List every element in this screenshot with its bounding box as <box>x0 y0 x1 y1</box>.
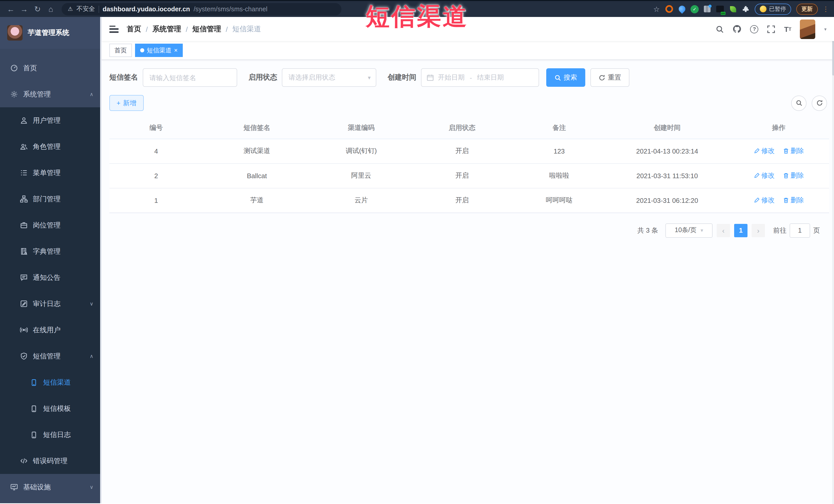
active-tab-dot <box>140 48 144 52</box>
sign-input[interactable] <box>143 68 237 87</box>
refresh-table-button[interactable] <box>812 95 827 111</box>
browser-update-button[interactable]: 更新 <box>796 3 818 15</box>
next-page-button[interactable]: › <box>752 224 765 237</box>
select-caret-down-icon: ▾ <box>368 74 371 81</box>
header-search-icon[interactable] <box>716 25 724 33</box>
reset-button[interactable]: 重置 <box>590 68 630 87</box>
goto-page-input[interactable] <box>790 223 810 238</box>
page-1-button[interactable]: 1 <box>734 224 747 237</box>
close-tab-icon[interactable]: × <box>174 47 178 54</box>
tab-sms-channel[interactable]: 短信渠道 × <box>135 44 183 57</box>
extension-grid-icon[interactable] <box>703 5 711 13</box>
sidebar-item-label: 审计日志 <box>33 299 61 308</box>
cell-code: 云片 <box>311 188 412 213</box>
address-bar[interactable]: ⚠ 不安全 dashboard.yudao.iocoder.cn/system/… <box>62 3 342 15</box>
sidebar-item-sms-channel[interactable]: 短信渠道 <box>0 369 102 395</box>
github-icon[interactable] <box>733 25 742 34</box>
search-button[interactable]: 搜索 <box>546 68 585 87</box>
sidebar-item-menus[interactable]: 菜单管理 <box>0 160 102 186</box>
extension-orange-ring-icon[interactable] <box>665 5 674 13</box>
sidebar-item-system[interactable]: 系统管理 ∧ <box>0 81 102 107</box>
extensions-puzzle-icon[interactable] <box>741 5 750 13</box>
sidebar-item-dictionary[interactable]: 字典管理 <box>0 238 102 264</box>
browser-menu-icon[interactable]: ⋮ <box>822 5 829 13</box>
update-label: 更新 <box>802 5 813 13</box>
annotation-page-title: 短信渠道 <box>366 1 468 33</box>
chevron-up-icon: ∧ <box>90 353 93 359</box>
edit-link[interactable]: 修改 <box>754 196 775 205</box>
page-size-select[interactable]: 10条/页 ▾ <box>665 223 712 238</box>
url-host: dashboard.yudao.iocoder.cn <box>103 5 190 13</box>
sidebar-item-label: 岗位管理 <box>33 221 61 230</box>
toggle-search-button[interactable] <box>791 95 807 111</box>
user-avatar[interactable] <box>800 19 815 39</box>
browser-forward-icon[interactable]: → <box>19 3 30 15</box>
extension-green-check-icon[interactable]: ✓ <box>690 5 699 13</box>
cell-actions: 修改删除 <box>728 188 829 213</box>
edit-link[interactable]: 修改 <box>754 146 775 156</box>
delete-link[interactable]: 删除 <box>783 171 804 180</box>
date-range-picker[interactable]: 开始日期 - 结束日期 <box>421 68 539 87</box>
sidebar-item-departments[interactable]: 部门管理 <box>0 186 102 212</box>
cell-code: 调试(钉钉) <box>311 139 412 163</box>
sidebar-item-infrastructure[interactable]: 基础设施 ∨ <box>0 474 102 500</box>
delete-link[interactable]: 删除 <box>783 146 804 156</box>
sidebar-item-label: 短信管理 <box>33 351 61 361</box>
sidebar-item-label: 首页 <box>23 63 37 73</box>
tab-home[interactable]: 首页 <box>109 44 132 57</box>
tab-label: 短信渠道 <box>147 46 172 55</box>
add-button[interactable]: + 新增 <box>109 95 144 111</box>
edit-link[interactable]: 修改 <box>754 171 775 180</box>
extension-blue-drop-icon[interactable] <box>678 5 686 13</box>
extension-on-badge-icon[interactable] <box>716 5 724 13</box>
system-submenu: 用户管理 角色管理 菜单管理 <box>0 107 102 474</box>
sidebar-item-error-codes[interactable]: 错误码管理 <box>0 448 102 474</box>
sidebar-item-sms-management[interactable]: 短信管理 ∧ <box>0 343 102 369</box>
extension-leaf-icon[interactable] <box>728 5 737 13</box>
sidebar-item-label: 基础设施 <box>23 482 51 492</box>
breadcrumb-home[interactable]: 首页 <box>127 24 141 34</box>
browser-home-icon[interactable]: ⌂ <box>45 3 57 15</box>
sidebar-item-roles[interactable]: 角色管理 <box>0 133 102 160</box>
col-header-status: 启用状态 <box>412 117 512 139</box>
breadcrumb-system[interactable]: 系统管理 <box>152 24 181 34</box>
prev-page-button[interactable]: ‹ <box>717 224 730 237</box>
status-select[interactable]: 请选择启用状态 ▾ <box>282 68 376 87</box>
sidebar-item-label: 角色管理 <box>33 142 61 151</box>
breadcrumb-sms-management[interactable]: 短信管理 <box>193 24 221 34</box>
sidebar-item-home[interactable]: 首页 <box>0 55 102 81</box>
fullscreen-icon[interactable] <box>767 25 775 33</box>
bookmark-star-icon[interactable]: ☆ <box>653 5 660 13</box>
sidebar-item-label: 在线用户 <box>33 325 61 334</box>
sidebar-item-sms-template[interactable]: 短信模板 <box>0 395 102 422</box>
browser-reload-icon[interactable]: ↻ <box>32 3 43 15</box>
sidebar-item-announcements[interactable]: 通知公告 <box>0 264 102 291</box>
sms-channel-table: 编号 短信签名 渠道编码 启用状态 备注 创建时间 操作 4 测试渠道 <box>109 117 829 213</box>
avatar-caret-down-icon[interactable]: ▾ <box>824 26 827 31</box>
cell-created: 2021-03-31 06:12:20 <box>606 188 728 213</box>
sidebar-item-audit-log[interactable]: 审计日志 ∨ <box>0 291 102 317</box>
delete-link[interactable]: 删除 <box>783 196 804 205</box>
browser-back-icon[interactable]: ← <box>5 3 17 15</box>
app-logo-row[interactable]: 芋道管理系统 <box>0 17 102 49</box>
cell-sign: 测试渠道 <box>203 139 311 163</box>
sidebar-item-label: 部门管理 <box>33 194 61 204</box>
page-scrollbar[interactable] <box>832 18 834 504</box>
breadcrumb: 首页 / 系统管理 / 短信管理 / 短信渠道 <box>127 24 261 34</box>
font-size-icon[interactable]: TT <box>784 25 791 33</box>
sms-shield-icon <box>20 352 28 360</box>
chevron-down-icon: ∨ <box>90 301 93 307</box>
help-icon[interactable]: ? <box>750 25 759 33</box>
sidebar-item-users[interactable]: 用户管理 <box>0 107 102 133</box>
paused-badge[interactable]: 已暂停 <box>755 3 791 15</box>
sidebar-item-sms-log[interactable]: 短信日志 <box>0 422 102 448</box>
not-secure-label[interactable]: 不安全 <box>76 5 95 13</box>
edit-label: 修改 <box>761 146 775 156</box>
col-header-actions: 操作 <box>728 117 829 139</box>
sidebar-item-online-users[interactable]: 在线用户 <box>0 317 102 343</box>
plus-icon: + <box>116 99 120 107</box>
cell-status: 开启 <box>412 139 512 163</box>
sidebar-item-posts[interactable]: 岗位管理 <box>0 212 102 238</box>
date-start-placeholder: 开始日期 <box>438 73 465 82</box>
collapse-sidebar-icon[interactable] <box>109 25 118 32</box>
